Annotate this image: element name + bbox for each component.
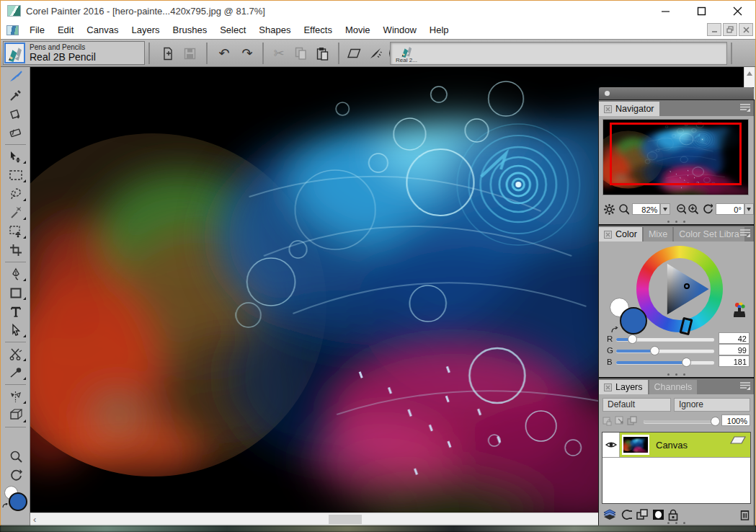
horizontal-scroll-thumb[interactable]	[329, 515, 362, 524]
layer-row-canvas[interactable]: Canvas	[602, 433, 750, 458]
new-layer-icon[interactable]	[636, 509, 649, 520]
main-color-swatch[interactable]	[9, 492, 27, 511]
zoom-out-icon[interactable]	[676, 203, 687, 215]
tab-close-icon[interactable]	[604, 105, 612, 113]
blue-value[interactable]: 181	[719, 355, 750, 367]
brush-selector[interactable]: Pens and Pencils Real 2B Pencil	[3, 41, 145, 65]
panel-menu-icon[interactable]	[739, 103, 751, 112]
mdi-minimize-button[interactable]	[707, 23, 721, 36]
add-point-tool[interactable]	[1, 363, 30, 382]
delete-layer-icon[interactable]	[740, 509, 750, 520]
layer-opacity-value[interactable]: 100%	[721, 414, 750, 426]
auto-select-layer-icon[interactable]	[615, 416, 626, 427]
menu-window[interactable]: Window	[377, 25, 423, 35]
magic-brush-button[interactable]	[365, 43, 386, 63]
navigator-rotation-value[interactable]: 0°	[716, 203, 744, 215]
close-button[interactable]	[719, 1, 755, 21]
green-slider-handle[interactable]	[650, 346, 659, 355]
layer-opacity-slider[interactable]	[644, 420, 719, 423]
red-value[interactable]: 42	[719, 332, 750, 344]
panel-resize-grip[interactable]	[599, 221, 754, 223]
zoom-tool-icon[interactable]	[618, 203, 629, 215]
minimize-button[interactable]	[647, 1, 683, 21]
eraser-button[interactable]	[344, 43, 364, 63]
menu-movie[interactable]: Movie	[339, 25, 377, 35]
composite-depth-dropdown[interactable]: Ignore	[674, 398, 750, 412]
color-swatches[interactable]	[1, 484, 30, 513]
tab-navigator[interactable]: Navigator	[599, 102, 659, 116]
brush-tool[interactable]	[1, 67, 30, 86]
scroll-up-icon[interactable]	[747, 71, 752, 76]
composite-method-dropdown[interactable]: Default	[602, 398, 671, 412]
rect-shape-tool[interactable]	[1, 283, 30, 302]
new-image-button[interactable]	[158, 43, 178, 63]
layer-commands-icon[interactable]	[602, 509, 617, 520]
menu-brushes[interactable]: Brushes	[166, 25, 213, 35]
color-set-stamp-icon[interactable]	[731, 302, 747, 319]
color-marker[interactable]	[684, 283, 690, 289]
dock-collapse-dot[interactable]	[605, 91, 610, 96]
shape-selection-tool[interactable]	[1, 321, 30, 340]
new-mask-icon[interactable]	[652, 509, 664, 520]
menu-help[interactable]: Help	[423, 25, 455, 35]
magnifier-tool[interactable]	[1, 447, 30, 466]
menu-file[interactable]: File	[23, 25, 51, 35]
eraser-tool[interactable]	[1, 123, 30, 142]
save-button[interactable]	[179, 43, 200, 63]
lasso-tool[interactable]	[1, 185, 30, 203]
lock-transparency-icon[interactable]	[602, 416, 613, 427]
magic-wand-tool[interactable]	[1, 203, 30, 222]
swap-colors-icon[interactable]	[2, 503, 8, 509]
navigator-zoom-dropdown[interactable]	[660, 203, 670, 215]
shape-edit-tool[interactable]	[1, 345, 30, 363]
blue-slider-handle[interactable]	[682, 358, 691, 367]
opacity-slider-handle[interactable]	[711, 417, 720, 426]
layer-adjuster-tool[interactable]	[1, 147, 30, 166]
dynamic-plugins-icon[interactable]	[621, 509, 633, 520]
menu-layers[interactable]: Layers	[125, 25, 166, 35]
panel-menu-icon[interactable]	[739, 381, 751, 391]
red-slider[interactable]	[616, 338, 714, 341]
hue-ring[interactable]	[636, 246, 723, 332]
navigator-view-frame[interactable]	[610, 123, 742, 185]
rotate-page-tool[interactable]	[1, 466, 30, 484]
copy-button[interactable]	[290, 43, 311, 63]
green-value[interactable]: 99	[719, 344, 750, 355]
group-layers-icon[interactable]	[627, 416, 638, 427]
mirror-painting-tool[interactable]	[1, 387, 30, 406]
tab-channels[interactable]: Channels	[649, 380, 698, 394]
lock-layer-icon[interactable]	[668, 509, 678, 521]
tab-layers[interactable]: Layers	[599, 380, 648, 394]
panel-menu-icon[interactable]	[739, 229, 751, 238]
green-slider[interactable]	[616, 350, 714, 353]
tab-color[interactable]: Color	[599, 227, 642, 241]
dropper-tool[interactable]	[1, 86, 30, 105]
layer-visibility-cell[interactable]	[602, 433, 620, 457]
panel-resize-grip[interactable]	[599, 373, 754, 376]
scroll-left-icon[interactable]: ‹	[33, 514, 36, 525]
pen-tool[interactable]	[1, 265, 30, 283]
paint-bucket-tool[interactable]	[1, 105, 30, 123]
menu-shapes[interactable]: Shapes	[252, 25, 297, 35]
main-color-swatch[interactable]	[620, 307, 647, 334]
menu-select[interactable]: Select	[213, 25, 252, 35]
tab-mixer[interactable]: Mixe	[644, 227, 672, 241]
menu-effects[interactable]: Effects	[297, 25, 339, 35]
red-slider-handle[interactable]	[628, 334, 637, 344]
swap-colors-icon[interactable]	[611, 327, 618, 334]
kaleidoscope-tool[interactable]	[1, 406, 30, 425]
menu-edit[interactable]: Edit	[51, 25, 80, 35]
navigator-preview[interactable]	[602, 119, 749, 195]
selection-adjuster-tool[interactable]	[1, 222, 30, 241]
navigator-zoom-value[interactable]: 82%	[632, 203, 661, 215]
cut-button[interactable]: ✂	[269, 43, 289, 63]
undo-button[interactable]: ↶	[214, 43, 234, 63]
panel-resize-grip[interactable]	[599, 522, 754, 524]
mdi-close-button[interactable]	[739, 23, 753, 36]
tab-color-set-libraries[interactable]: Color Set Libra	[674, 227, 744, 241]
mdi-restore-button[interactable]	[723, 23, 737, 36]
recent-brush-item[interactable]: Real 2...	[394, 43, 419, 64]
text-tool[interactable]	[1, 302, 30, 321]
paste-button[interactable]	[312, 43, 332, 63]
crop-tool[interactable]	[1, 241, 30, 260]
